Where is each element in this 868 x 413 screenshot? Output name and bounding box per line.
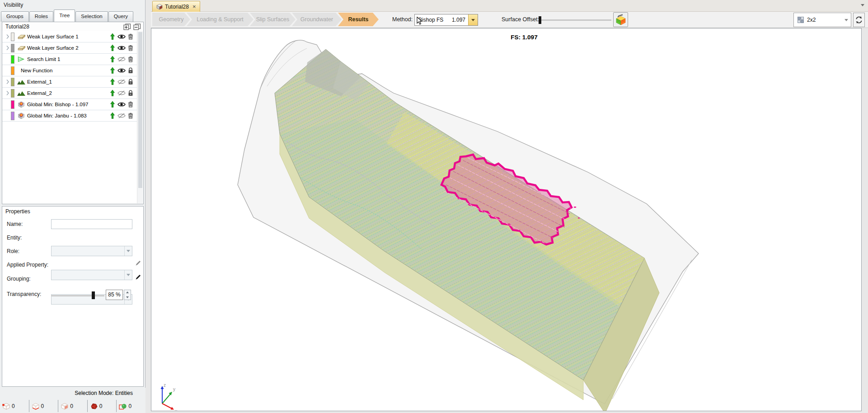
chevron-down-icon[interactable] [845,19,848,21]
main-area: Tutorial28 × Geometry Loading & Support … [151,0,868,413]
tab-query[interactable]: Query [108,11,133,22]
delete-icon[interactable] [126,101,135,108]
hidden-eye-icon[interactable] [117,56,126,62]
move-up-icon[interactable] [108,113,117,119]
edit-applied-property-pencil-icon[interactable] [135,260,141,268]
selection-mode-text: Selection Mode: Entities [75,390,133,396]
visibility-tabs: Groups Roles Tree Selection Query [1,9,134,22]
grid-2x2-icon [798,17,804,23]
close-tab-icon[interactable]: × [192,4,196,9]
role-label: Role: [7,248,19,254]
mountain-icon [16,80,26,84]
expand-all-button[interactable] [123,23,131,30]
visible-eye-icon[interactable] [117,68,126,73]
toolbar-overflow-chevron-icon[interactable] [861,4,864,6]
faces-counter: 0 [58,400,87,412]
delete-icon[interactable] [126,33,135,40]
name-field[interactable] [51,219,132,229]
tree-item-global-min-janbu[interactable]: Global Min: Janbu - 1.083 [2,110,137,122]
scrollbar-thumb[interactable] [138,32,142,188]
view-layout-dropdown[interactable]: 2x2 [793,13,851,27]
tree-item-new-function[interactable]: New Function [2,65,137,76]
delete-icon[interactable] [126,56,135,62]
move-up-icon[interactable] [108,45,117,51]
move-up-icon[interactable] [108,90,117,96]
contour-cube-icon [615,14,627,26]
3d-viewport[interactable]: FS: 1.097 [151,28,862,411]
tab-selection[interactable]: Selection [75,11,108,22]
move-up-icon[interactable] [108,33,117,40]
document-tab-tutorial28[interactable]: Tutorial28 × [152,1,200,12]
tree-item-label: Weak Layer Surface 2 [27,45,108,51]
tree-item-label: Search Limit 1 [27,56,108,62]
transparency-stepper[interactable] [124,290,131,300]
counter-value: 0 [70,403,73,409]
tree-item-search-limit-1[interactable]: Search Limit 1 [2,54,137,65]
move-up-icon[interactable] [108,101,117,108]
color-swatch [11,78,14,86]
method-dropdown[interactable]: Bishop FS 1.097 [414,14,478,26]
hidden-eye-icon[interactable] [117,90,126,96]
expander-icon[interactable] [4,46,11,50]
visible-eye-icon[interactable] [117,45,126,51]
expander-icon[interactable] [4,34,11,39]
method-value: Bishop FS [418,17,443,23]
lock-icon[interactable] [126,79,135,85]
visible-eye-icon[interactable] [117,34,126,39]
expander-icon[interactable] [4,80,11,84]
transparency-slider-track[interactable] [51,295,104,296]
tree-item-global-min-bishop[interactable]: Global Min: Bishop - 1.097 [2,99,137,110]
lock-icon[interactable] [126,67,135,74]
hidden-eye-icon[interactable] [117,113,126,118]
surface-icon [16,45,26,51]
tree-item-weak-layer-surface-1[interactable]: Weak Layer Surface 1 [2,31,137,42]
workflow-step-slip-surfaces[interactable]: Slip Surfaces [250,13,296,26]
visible-eye-icon[interactable] [117,102,126,107]
workflow-step-geometry[interactable]: Geometry [152,13,190,26]
step-up-icon[interactable] [124,290,131,295]
move-up-icon[interactable] [108,56,117,62]
move-up-icon[interactable] [108,79,117,85]
tab-roles[interactable]: Roles [29,11,53,22]
entity-tree: Tutorial28 Weak Layer Surface 1 [2,22,144,204]
tree-item-label: Global Min: Bishop - 1.097 [27,102,108,107]
tab-tree[interactable]: Tree [54,9,75,22]
refresh-views-button[interactable] [853,13,865,27]
surface-offset-label: Surface Offset: [502,16,539,23]
delete-icon[interactable] [126,113,135,119]
lock-icon[interactable] [126,90,135,96]
workflow-step-loading-support[interactable]: Loading & Support [187,13,253,26]
expander-icon[interactable] [4,91,11,95]
name-label: Name: [7,221,23,227]
contour-options-button[interactable] [613,12,628,27]
step-down-icon[interactable] [124,295,131,300]
tree-item-weak-layer-surface-2[interactable]: Weak Layer Surface 2 [2,42,137,54]
chevron-down-icon[interactable] [468,14,478,25]
workflow-toolbar: Geometry Loading & Support Slip Surfaces… [151,12,868,28]
move-up-icon[interactable] [108,67,117,74]
tree-scrollbar[interactable] [137,31,143,203]
transparency-slider-handle[interactable] [92,291,95,299]
selection-status-bar: Selection Mode: Entities 0 0 0 0 [0,388,145,413]
edit-grouping-pencil-icon[interactable] [135,274,141,282]
chevron-down-icon[interactable] [124,270,132,280]
collapse-all-button[interactable] [133,23,141,30]
tree-item-external-2[interactable]: External_2 [2,88,137,99]
applied-property-label: Applied Property: [7,262,48,268]
workflow-step-groundwater[interactable]: Groundwater [292,13,342,26]
workflow-step-results[interactable]: Results [338,13,379,26]
applied-property-dropdown[interactable] [51,270,132,280]
surface-offset-slider-track[interactable] [539,19,611,21]
role-dropdown[interactable] [51,246,132,256]
entities-counter: 0 [116,400,145,412]
color-swatch [11,89,14,98]
chevron-down-icon[interactable] [124,246,132,256]
transparency-value[interactable]: 85 % [106,290,123,300]
tree-item-label: Weak Layer Surface 1 [27,34,108,39]
surface-offset-slider-handle[interactable] [539,16,541,24]
delete-icon[interactable] [126,45,135,51]
tab-groups[interactable]: Groups [1,11,29,22]
tree-item-external-1[interactable]: External_1 [2,76,137,88]
tree-root-row[interactable]: Tutorial28 [2,22,143,31]
hidden-eye-icon[interactable] [117,79,126,84]
